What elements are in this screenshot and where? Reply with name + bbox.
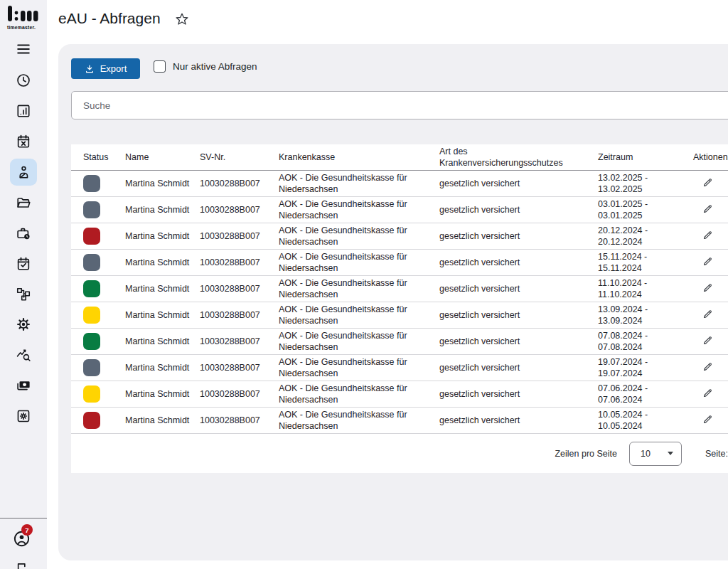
edit-button[interactable] (700, 307, 715, 321)
sidebar: timemaster. (0, 0, 47, 569)
notification-badge: 7 (21, 524, 33, 536)
timemaster-logo-text: timemaster. (7, 25, 41, 30)
edit-button[interactable] (700, 175, 715, 190)
col-status: Status (71, 151, 125, 164)
chevron-down-icon (668, 452, 673, 455)
cell-name: Martina Schmidt (125, 388, 200, 400)
org-chart-icon[interactable] (16, 286, 31, 302)
cell-zeitraum: 13.09.2024 - 13.09.2024 (598, 304, 692, 327)
clock-icon[interactable] (16, 73, 31, 88)
status-badge (83, 175, 100, 192)
table-row: Martina Schmidt 10030288B007 AOK - Die G… (71, 302, 728, 329)
queries-table: Status Name SV-Nr. Krankenkasse Art des … (71, 144, 728, 473)
cell-art: gesetzlich versichert (439, 204, 598, 216)
cell-sv-nr: 10030288B007 (200, 283, 279, 295)
cell-krankenkasse: AOK - Die Gesundheitskasse für Niedersac… (279, 172, 439, 196)
calendar-check-icon[interactable] (16, 256, 31, 272)
cell-sv-nr: 10030288B007 (200, 204, 279, 216)
app-window: timemaster. (0, 0, 728, 569)
pencil-icon (702, 176, 714, 188)
download-icon (85, 64, 95, 74)
user-notifications-button[interactable]: 7 (12, 529, 33, 551)
table-header-row: Status Name SV-Nr. Krankenkasse Art des … (71, 144, 728, 171)
cell-zeitraum: 11.10.2024 - 11.10.2024 (598, 277, 692, 301)
export-button[interactable]: Export (71, 58, 140, 79)
export-button-label: Export (100, 63, 127, 74)
cell-name: Martina Schmidt (125, 204, 200, 216)
search-input[interactable] (71, 91, 728, 119)
edit-button[interactable] (700, 385, 715, 400)
pencil-icon (702, 308, 714, 320)
table-row: Martina Schmidt 10030288B007 AOK - Die G… (71, 171, 728, 197)
rows-per-page-label: Zeilen pro Seite (555, 449, 617, 459)
cell-zeitraum: 07.08.2024 - 07.08.2024 (598, 330, 692, 353)
cell-name: Martina Schmidt (125, 283, 200, 295)
edit-button[interactable] (700, 228, 715, 243)
cell-krankenkasse: AOK - Die Gesundheitskasse für Niedersac… (279, 251, 439, 275)
status-badge (83, 333, 100, 350)
cell-sv-nr: 10030288B007 (200, 362, 279, 374)
cell-sv-nr: 10030288B007 (200, 415, 279, 427)
status-badge (83, 201, 100, 218)
cell-zeitraum: 19.07.2024 - 19.07.2024 (598, 356, 692, 380)
edit-button[interactable] (700, 333, 715, 348)
cell-name: Martina Schmidt (125, 257, 200, 269)
page-title: eAU - Abfragen (58, 10, 161, 27)
edit-button[interactable] (700, 201, 715, 216)
timemaster-logo-icon (7, 6, 40, 21)
pencil-icon (702, 255, 714, 267)
calendar-x-icon[interactable] (16, 134, 31, 149)
module-gear-icon[interactable] (16, 408, 31, 424)
cell-zeitraum: 07.06.2024 - 07.06.2024 (598, 383, 692, 406)
col-sv-nr: SV-Nr. (200, 151, 279, 164)
cell-sv-nr: 10030288B007 (200, 388, 279, 400)
cell-sv-nr: 10030288B007 (200, 178, 279, 190)
rows-per-page-select[interactable]: 10 (629, 442, 682, 466)
col-art: Art des Krankenversicherungsschutzes (439, 146, 598, 169)
status-badge (83, 254, 100, 271)
col-krankenkasse: Krankenkasse (279, 151, 439, 164)
cell-name: Martina Schmidt (125, 178, 200, 190)
status-badge (83, 359, 100, 376)
table-row: Martina Schmidt 10030288B007 AOK - Die G… (71, 408, 728, 434)
edit-button[interactable] (700, 412, 715, 427)
pencil-icon (702, 413, 714, 425)
cell-art: gesetzlich versichert (439, 388, 598, 400)
logout-icon[interactable] (16, 563, 31, 569)
cell-art: gesetzlich versichert (439, 230, 598, 243)
table-row: Martina Schmidt 10030288B007 AOK - Die G… (71, 329, 728, 355)
money-icon[interactable] (16, 378, 31, 393)
table-row: Martina Schmidt 10030288B007 AOK - Die G… (71, 197, 728, 223)
cell-name: Martina Schmidt (125, 309, 200, 321)
cell-art: gesetzlich versichert (439, 283, 598, 295)
chart-search-icon[interactable] (16, 347, 31, 363)
cell-zeitraum: 20.12.2024 - 20.12.2024 (598, 225, 692, 248)
pencil-icon (702, 203, 714, 215)
table-row: Martina Schmidt 10030288B007 AOK - Die G… (71, 355, 728, 381)
col-zeitraum: Zeitraum (598, 151, 692, 164)
cell-zeitraum: 15.11.2024 - 15.11.2024 (598, 251, 692, 275)
active-filter: Nur aktive Abfragen (154, 60, 257, 73)
briefcase-clock-icon[interactable] (16, 225, 31, 241)
bar-chart-icon[interactable] (16, 103, 31, 119)
active-filter-checkbox[interactable] (154, 60, 166, 73)
favorite-star-icon[interactable] (175, 12, 189, 26)
folder-open-icon[interactable] (16, 195, 31, 211)
settings-gear-icon[interactable] (16, 317, 31, 332)
pagination-bar: Zeilen pro Seite 10 Seite: (71, 434, 728, 473)
edit-button[interactable] (700, 359, 715, 374)
edit-button[interactable] (700, 280, 715, 295)
edit-button[interactable] (700, 254, 715, 269)
pencil-icon (702, 229, 714, 241)
cell-zeitraum: 13.02.2025 - 13.02.2025 (598, 172, 692, 196)
cell-krankenkasse: AOK - Die Gesundheitskasse für Niedersac… (279, 356, 439, 380)
status-badge (83, 228, 100, 245)
active-filter-label: Nur aktive Abfragen (173, 61, 257, 72)
sidebar-item-eau-active[interactable] (10, 159, 37, 186)
menu-icon[interactable] (16, 41, 31, 57)
sidebar-divider (0, 518, 47, 519)
cell-art: gesetzlich versichert (439, 257, 598, 269)
cell-krankenkasse: AOK - Die Gesundheitskasse für Niedersac… (279, 198, 439, 222)
cell-name: Martina Schmidt (125, 336, 200, 348)
cell-krankenkasse: AOK - Die Gesundheitskasse für Niedersac… (279, 304, 439, 327)
